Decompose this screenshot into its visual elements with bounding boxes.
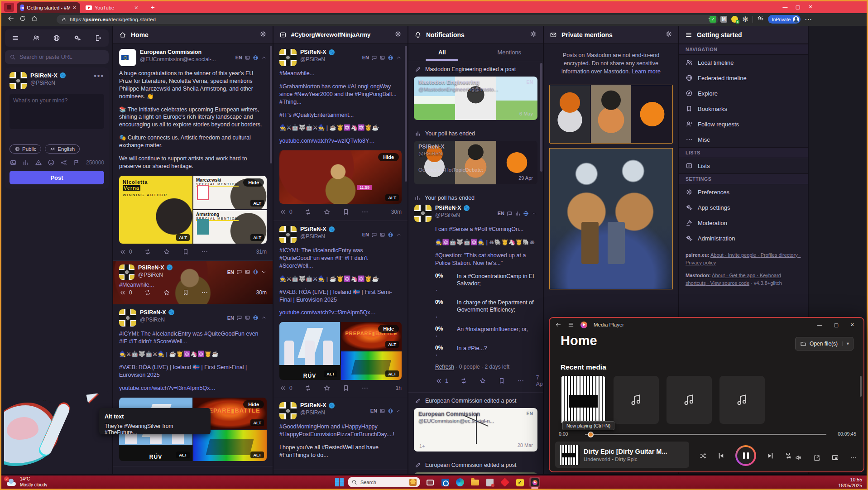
media-player-taskbar-icon[interactable] [529, 477, 540, 488]
content-warning-icon[interactable] [35, 159, 42, 166]
recent-media-tile[interactable] [667, 376, 712, 424]
column-settings-icon[interactable] [259, 30, 267, 39]
collapse-icon[interactable] [531, 211, 537, 216]
post-link[interactable]: youtube.com/watch?v=f3mAlpm5Qx… [279, 309, 402, 317]
post-european-commission[interactable]: European Commission @EUCommission@ec.soc… [113, 44, 273, 261]
window-close-button[interactable]: ✕ [850, 322, 854, 328]
post-icymi[interactable]: PSiReN-X🐾 @PSiReN EN #ICYMI: The #Icelan… [113, 304, 273, 466]
avatar[interactable] [279, 402, 297, 419]
avatar[interactable] [119, 309, 136, 327]
window-minimize-button[interactable]: — [817, 322, 822, 328]
media-attachment[interactable]: NicolettaVernaWINNING AUTHOR ALT [119, 176, 192, 244]
share-icon[interactable] [60, 159, 67, 166]
media-attachment[interactable]: ArmstrongSPECIAL MENTION ALT [193, 210, 267, 244]
boost-icon[interactable] [304, 208, 312, 216]
reply-icon[interactable] [119, 289, 126, 296]
notification-preview[interactable]: European Commission @EUCommission@ec.soc… [414, 408, 537, 452]
learn-more-link[interactable]: Learn more [632, 68, 661, 75]
post-meanwhile[interactable]: PSiReN-X🐾 @PSiReN EN #Meanwhile... #Grah… [273, 44, 408, 221]
privacy-button[interactable]: Public [10, 144, 41, 154]
people-icon[interactable] [33, 34, 40, 42]
post-button[interactable]: Post [10, 171, 104, 184]
notification-poll-full[interactable]: Your poll has ended PSiReN-X🐾 @PSiReN EN [408, 190, 543, 393]
media-attachment[interactable]: RÚV ALT [279, 322, 340, 380]
next-icon[interactable] [766, 452, 775, 460]
avatar[interactable] [414, 205, 432, 222]
browser-workspace-icon[interactable] [4, 3, 14, 12]
home-icon[interactable] [29, 15, 40, 24]
tab-youtube[interactable]: YouTube ✕ [82, 2, 144, 13]
favourite-icon[interactable] [323, 384, 331, 392]
bookmark-icon[interactable] [342, 208, 350, 216]
poll-refresh-link[interactable]: Refresh [435, 364, 454, 370]
hide-media-button[interactable]: Hide [378, 153, 399, 161]
open-files-dropdown-icon[interactable]: ▼ [842, 341, 853, 346]
column-settings-icon[interactable] [530, 30, 537, 39]
footer-link[interactable]: Get the app [725, 273, 755, 278]
hide-media-button[interactable]: Hide [243, 400, 264, 408]
favourite-icon[interactable] [163, 289, 170, 296]
tab-getting-started[interactable]: m Getting started - #MastodonSpyB ✕ [17, 2, 80, 13]
previous-icon[interactable] [717, 452, 725, 460]
alt-badge[interactable]: ALT [250, 234, 264, 241]
media-player-titlebar[interactable]: Media Player — ▢ ✕ [550, 318, 863, 331]
media-attachment[interactable]: PREPARE▮BATTLE Hide ALT [341, 322, 402, 351]
inprivate-badge[interactable]: InPrivate [768, 15, 801, 24]
volume-icon[interactable] [795, 454, 802, 461]
tab-mentions[interactable]: Mentions [476, 44, 543, 61]
outlook-icon[interactable] [440, 477, 451, 488]
boost-icon[interactable] [144, 248, 151, 255]
menu-icon[interactable] [685, 31, 692, 38]
boost-icon[interactable] [144, 289, 151, 296]
task-view-icon[interactable] [425, 477, 436, 488]
alt-badge[interactable]: ALT [176, 234, 190, 241]
flag-icon[interactable] [73, 159, 80, 166]
media-attachment[interactable]: MarczewskiSPECIAL MENTION Hide ALT [193, 176, 267, 209]
seek-bar[interactable] [585, 434, 826, 435]
alt-badge[interactable]: ALT [385, 341, 399, 348]
media-attachment[interactable]: ALT [341, 351, 402, 380]
favourite-icon[interactable] [323, 208, 331, 216]
recent-media-tile[interactable] [614, 376, 659, 424]
avatar[interactable] [279, 49, 297, 66]
post-link[interactable]: youtube.com/watch?v=wzIQTwfo8Y… [279, 137, 402, 145]
avatar[interactable] [10, 72, 27, 89]
hide-media-button[interactable]: Hide [243, 178, 264, 187]
search-input[interactable]: Search or paste URL [5, 50, 109, 64]
avatar[interactable] [119, 264, 134, 280]
nav-lists[interactable]: Lists [679, 158, 808, 173]
notification-edit[interactable]: Mastodon Engineering edited a post Masto… [408, 61, 543, 120]
collapse-icon[interactable] [396, 408, 402, 414]
browser-menu-icon[interactable]: ⋯ [805, 15, 812, 24]
expand-icon[interactable] [261, 269, 267, 275]
fullscreen-icon[interactable] [813, 454, 820, 461]
hide-media-button[interactable]: Hide [378, 325, 399, 333]
edge-icon[interactable] [455, 477, 465, 488]
more-icon[interactable] [517, 377, 524, 384]
footer-link[interactable]: About [710, 252, 724, 258]
reply-icon[interactable] [119, 248, 126, 255]
post-collapsed-meanwhile[interactable]: PSiReN-X🐾 @PSiReN EN #Meanwhile... [113, 261, 273, 304]
extension-flower-icon[interactable]: ✻ [742, 15, 748, 24]
poll-option[interactable]: 0%In a #Pie...? [435, 345, 537, 352]
avatar[interactable] [279, 226, 297, 243]
footer-link[interactable]: Profiles directory [756, 252, 798, 258]
boost-icon[interactable] [304, 384, 312, 392]
alt-badge[interactable]: ALT [385, 370, 399, 377]
poll-option[interactable]: 0%In a #ConcentrationCamp in El Salvador… [435, 273, 537, 288]
poll-option[interactable]: 0%An #InstagramInfluencer; or, [435, 326, 537, 333]
profile-menu-icon[interactable]: ••• [94, 72, 104, 80]
new-tab-button[interactable]: + [151, 3, 155, 11]
nav-app-settings[interactable]: App settings [679, 200, 808, 215]
shuffle-icon[interactable] [699, 452, 707, 460]
footer-link[interactable]: View source code [706, 280, 749, 286]
attach-image-icon[interactable] [10, 159, 17, 166]
nav-administration[interactable]: Administration [679, 231, 808, 246]
seek-knob[interactable] [588, 432, 594, 437]
nav-explore[interactable]: Explore [679, 86, 808, 101]
more-icon[interactable] [361, 208, 369, 216]
reply-icon[interactable] [279, 384, 287, 392]
notification-preview[interactable]: Mastodon Engineering @MastodonEngineerin… [414, 77, 537, 120]
recent-media-tile[interactable] [561, 376, 606, 424]
scrollbar[interactable] [540, 63, 542, 172]
